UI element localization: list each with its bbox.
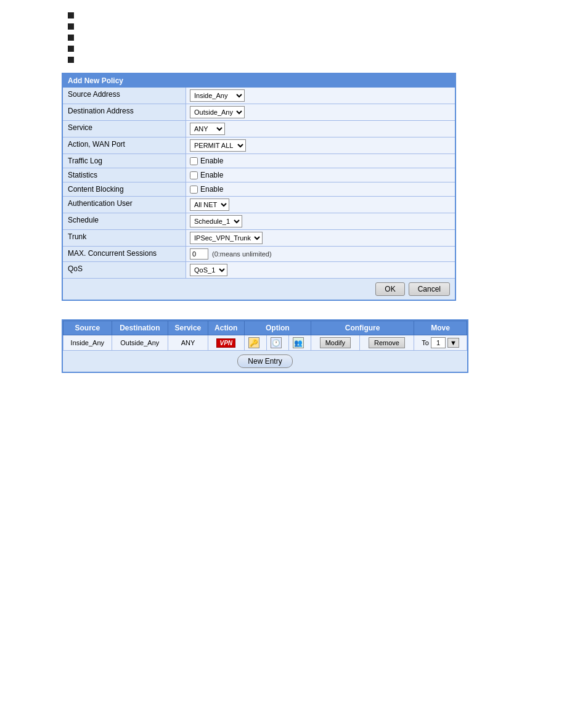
cell-option-clock[interactable]: 🕐 — [266, 335, 288, 351]
policy-table-container: Source Destination Service Action Option… — [62, 319, 468, 373]
value-schedule: Schedule_1 Schedule_2 — [186, 213, 455, 229]
cell-destination: Outside_Any — [112, 335, 168, 351]
policy-table: Source Destination Service Action Option… — [63, 321, 467, 351]
input-max-sessions[interactable] — [190, 248, 208, 260]
value-trunk: IPSec_VPN_Trunk WAN_Trunk — [186, 230, 455, 246]
value-content-blocking: Enable — [186, 182, 455, 196]
select-service[interactable]: ANY HTTP FTP SMTP — [190, 123, 225, 135]
bullet-item-4 — [68, 46, 526, 52]
form-title: Add New Policy — [63, 74, 455, 88]
select-destination-address[interactable]: Outside_Any Inside_Any Any — [190, 106, 245, 118]
form-row-traffic-log: Traffic Log Enable — [63, 154, 455, 168]
content-blocking-enable-label: Enable — [200, 185, 223, 194]
bullet-square-2 — [68, 23, 74, 30]
value-source-address: Inside_Any Outside_Any Any — [186, 88, 455, 104]
cell-remove: Remove — [359, 335, 414, 351]
statistics-enable-label: Enable — [200, 171, 223, 179]
checkbox-traffic-log[interactable] — [190, 157, 198, 165]
form-buttons: OK Cancel — [63, 279, 455, 300]
new-entry-button[interactable]: New Entry — [237, 354, 292, 368]
form-row-qos: QoS QoS_1 QoS_2 — [63, 262, 455, 279]
bullet-list — [62, 12, 526, 63]
key-icon[interactable]: 🔑 — [248, 337, 259, 348]
label-auth-user: Authentication User — [63, 197, 186, 213]
checkbox-content-blocking[interactable] — [190, 186, 198, 194]
form-row-auth-user: Authentication User All NET None — [63, 197, 455, 213]
bullet-square-4 — [68, 46, 74, 52]
th-configure: Configure — [311, 321, 414, 335]
bullet-item-3 — [68, 35, 526, 41]
label-traffic-log: Traffic Log — [63, 154, 186, 168]
traffic-log-enable-label: Enable — [200, 157, 223, 165]
label-max-sessions: MAX. Concurrent Sessions — [63, 247, 186, 261]
bullet-square-5 — [68, 57, 74, 63]
bullet-square-1 — [68, 12, 74, 18]
form-row-service: Service ANY HTTP FTP SMTP — [63, 121, 455, 137]
cell-service: ANY — [168, 335, 208, 351]
select-source-address[interactable]: Inside_Any Outside_Any Any — [190, 89, 245, 102]
value-auth-user: All NET None — [186, 197, 455, 213]
clock-icon[interactable]: 🕐 — [271, 337, 282, 348]
value-qos: QoS_1 QoS_2 — [186, 262, 455, 278]
select-auth-user[interactable]: All NET None — [190, 198, 229, 211]
add-new-policy-form: Add New Policy Source Address Inside_Any… — [62, 73, 456, 301]
move-cell: To ▼ — [418, 337, 463, 348]
form-row-max-sessions: MAX. Concurrent Sessions (0:means unlimi… — [63, 247, 455, 262]
modify-button[interactable]: Modify — [320, 337, 351, 348]
form-row-trunk: Trunk IPSec_VPN_Trunk WAN_Trunk — [63, 230, 455, 247]
label-schedule: Schedule — [63, 213, 186, 229]
unlimited-note: (0:means unlimited) — [212, 250, 272, 258]
remove-button[interactable]: Remove — [369, 337, 405, 348]
table-row: Inside_Any Outside_Any ANY VPN 🔑 🕐 👥 — [63, 335, 467, 351]
move-to-label: To — [422, 339, 429, 346]
value-statistics: Enable — [186, 168, 455, 182]
value-service: ANY HTTP FTP SMTP — [186, 121, 455, 137]
label-source-address: Source Address — [63, 88, 186, 104]
bullet-item-2 — [68, 23, 526, 30]
form-row-statistics: Statistics Enable — [63, 168, 455, 182]
th-destination: Destination — [112, 321, 168, 335]
th-option: Option — [244, 321, 311, 335]
cell-option-key[interactable]: 🔑 — [244, 335, 266, 351]
bullet-square-3 — [68, 35, 74, 41]
cell-modify: Modify — [311, 335, 360, 351]
bullet-item-1 — [68, 12, 526, 18]
label-trunk: Trunk — [63, 230, 186, 246]
new-entry-row: New Entry — [63, 351, 467, 372]
checkbox-statistics[interactable] — [190, 171, 198, 179]
cell-option-people[interactable]: 👥 — [288, 335, 311, 351]
label-content-blocking: Content Blocking — [63, 182, 186, 196]
cancel-button[interactable]: Cancel — [409, 282, 450, 296]
bullet-item-5 — [68, 57, 526, 63]
th-move: Move — [414, 321, 467, 335]
value-traffic-log: Enable — [186, 154, 455, 168]
vpn-badge: VPN — [216, 338, 235, 348]
ok-button[interactable]: OK — [375, 282, 404, 296]
th-source: Source — [63, 321, 112, 335]
select-action-wan-port[interactable]: PERMIT ALL DENY ALL — [190, 139, 246, 152]
label-destination-address: Destination Address — [63, 104, 186, 120]
form-row-source-address: Source Address Inside_Any Outside_Any An… — [63, 88, 455, 104]
cell-source: Inside_Any — [63, 335, 112, 351]
people-icon[interactable]: 👥 — [293, 337, 304, 348]
move-arrow-button[interactable]: ▼ — [447, 338, 459, 348]
cell-move: To ▼ — [414, 335, 467, 351]
label-action-wan-port: Action, WAN Port — [63, 137, 186, 153]
value-max-sessions: (0:means unlimited) — [186, 247, 455, 261]
table-header-row: Source Destination Service Action Option… — [63, 321, 467, 335]
form-row-schedule: Schedule Schedule_1 Schedule_2 — [63, 213, 455, 230]
move-input[interactable] — [431, 337, 446, 348]
select-qos[interactable]: QoS_1 QoS_2 — [190, 264, 227, 276]
cell-action: VPN — [208, 335, 244, 351]
value-action-wan-port: PERMIT ALL DENY ALL — [186, 137, 455, 153]
select-trunk[interactable]: IPSec_VPN_Trunk WAN_Trunk — [190, 232, 263, 244]
select-schedule[interactable]: Schedule_1 Schedule_2 — [190, 215, 242, 227]
value-destination-address: Outside_Any Inside_Any Any — [186, 104, 455, 120]
th-action: Action — [208, 321, 244, 335]
form-row-content-blocking: Content Blocking Enable — [63, 182, 455, 197]
label-statistics: Statistics — [63, 168, 186, 182]
label-qos: QoS — [63, 262, 186, 278]
form-row-action-wan-port: Action, WAN Port PERMIT ALL DENY ALL — [63, 137, 455, 154]
form-row-destination-address: Destination Address Outside_Any Inside_A… — [63, 104, 455, 121]
th-service: Service — [168, 321, 208, 335]
